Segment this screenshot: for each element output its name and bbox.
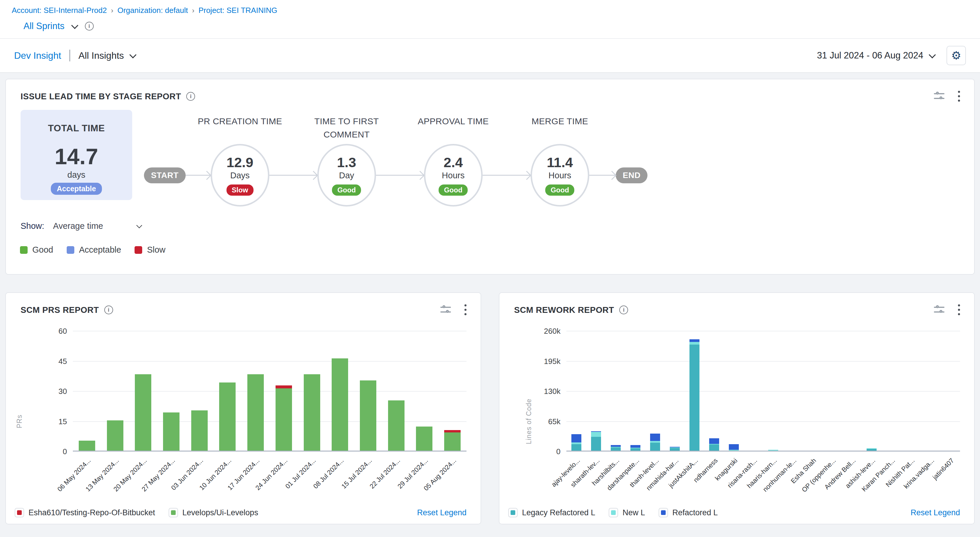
bar-segment[interactable]: [689, 339, 700, 342]
bar[interactable]: [388, 400, 404, 451]
breadcrumb-link[interactable]: Project: SEI TRAINING: [199, 6, 277, 15]
bar-segment[interactable]: [709, 438, 719, 444]
breadcrumb-link[interactable]: Account: SEI-Internal-Prod2: [12, 6, 107, 15]
bar[interactable]: [591, 431, 601, 451]
bar[interactable]: [630, 445, 640, 451]
stage-circle[interactable]: 12.9 Days Slow: [211, 144, 269, 207]
bar-segment[interactable]: [591, 437, 601, 451]
bar[interactable]: [689, 339, 700, 451]
insight-name-link[interactable]: Dev Insight: [14, 50, 61, 61]
bar[interactable]: [79, 441, 95, 451]
chevron-down-icon[interactable]: [71, 22, 78, 29]
reset-legend-link[interactable]: Reset Legend: [417, 508, 466, 517]
bar-segment[interactable]: [867, 449, 877, 451]
stage-time-to-first-comment[interactable]: TIME TO FIRST COMMENT 1.3 Day Good: [317, 114, 376, 207]
stage-approval-time[interactable]: APPROVAL TIME 2.4 Hours Good: [424, 114, 483, 207]
stage-pr-creation-time[interactable]: PR CREATION TIME 12.9 Days Slow: [211, 114, 269, 207]
bar-segment[interactable]: [388, 400, 404, 451]
bar-segment[interactable]: [689, 345, 700, 451]
bar-segment[interactable]: [275, 385, 292, 388]
sprint-selector[interactable]: All Sprints i: [24, 21, 980, 32]
legend-item[interactable]: Slow: [135, 245, 165, 255]
bar-segment[interactable]: [630, 445, 640, 448]
bar-segment[interactable]: [275, 388, 292, 451]
bar[interactable]: [304, 374, 320, 451]
bar[interactable]: [107, 420, 123, 451]
bar[interactable]: [247, 374, 264, 451]
settings-button[interactable]: ⚙: [947, 46, 966, 65]
bar-segment[interactable]: [670, 448, 680, 451]
stage-merge-time[interactable]: MERGE TIME 11.4 Hours Good: [531, 114, 589, 207]
bar[interactable]: [332, 358, 348, 451]
bar[interactable]: [867, 448, 877, 451]
bar-segment[interactable]: [360, 380, 376, 451]
bar-segment[interactable]: [135, 374, 151, 451]
stage-circle[interactable]: 2.4 Hours Good: [424, 144, 483, 207]
bar[interactable]: [611, 445, 621, 451]
info-icon[interactable]: i: [85, 22, 94, 30]
insights-dropdown[interactable]: All Insights: [78, 50, 135, 61]
legend-item[interactable]: Refactored L: [659, 508, 718, 517]
filter-icon[interactable]: [934, 305, 945, 315]
bar[interactable]: [571, 434, 581, 451]
bar[interactable]: [191, 410, 208, 451]
bar[interactable]: [163, 412, 180, 451]
sprint-selector-label[interactable]: All Sprints: [24, 21, 65, 32]
bar[interactable]: [650, 434, 660, 451]
legend-item[interactable]: Esha610/Testing-Repo-Of-Bitbucket: [15, 508, 155, 517]
legend-item[interactable]: New L: [609, 508, 645, 517]
bar-segment[interactable]: [630, 448, 640, 451]
bar[interactable]: [709, 438, 719, 451]
show-dropdown[interactable]: Average time: [53, 221, 141, 231]
bar-segment[interactable]: [416, 427, 433, 451]
reset-legend-link[interactable]: Reset Legend: [911, 508, 960, 517]
bar-segment[interactable]: [650, 443, 660, 451]
date-range-dropdown[interactable]: 31 Jul 2024 - 06 Aug 2024: [817, 50, 935, 61]
stage-circle[interactable]: 11.4 Hours Good: [531, 144, 589, 207]
legend-item[interactable]: Good: [20, 245, 53, 255]
bar-segment[interactable]: [709, 445, 719, 451]
bar-segment[interactable]: [650, 434, 660, 441]
bar-segment[interactable]: [79, 441, 95, 451]
bar-segment[interactable]: [304, 374, 320, 451]
bar-segment[interactable]: [729, 444, 739, 450]
bar-segment[interactable]: [247, 374, 264, 451]
bar[interactable]: [444, 430, 461, 451]
bar-segment[interactable]: [571, 434, 581, 442]
bar-segment[interactable]: [191, 410, 208, 451]
bar[interactable]: [768, 450, 778, 451]
legend-item[interactable]: Acceptable: [67, 245, 121, 255]
filter-icon[interactable]: [934, 92, 945, 101]
info-icon[interactable]: i: [186, 92, 195, 101]
bar-segment[interactable]: [332, 358, 348, 451]
bar-segment[interactable]: [689, 342, 700, 345]
bar-segment[interactable]: [107, 420, 123, 451]
bar[interactable]: [416, 427, 433, 451]
bar[interactable]: [135, 374, 151, 451]
bar-segment[interactable]: [591, 432, 601, 437]
bar-segment[interactable]: [768, 450, 778, 451]
stage-circle[interactable]: 1.3 Day Good: [317, 144, 376, 207]
bar-segment[interactable]: [571, 444, 581, 451]
panel-title: SCM PRS REPORT: [21, 305, 99, 315]
bar[interactable]: [360, 380, 376, 451]
legend-item[interactable]: Levelops/Ui-Levelops: [169, 508, 258, 517]
kebab-menu-icon[interactable]: [958, 303, 961, 316]
bar[interactable]: [219, 383, 235, 451]
bar[interactable]: [729, 444, 739, 451]
bar[interactable]: [275, 385, 292, 451]
kebab-menu-icon[interactable]: [958, 90, 961, 103]
filter-icon[interactable]: [441, 305, 451, 315]
bar-segment[interactable]: [444, 430, 461, 432]
bar-segment[interactable]: [219, 383, 235, 451]
bar-segment[interactable]: [444, 432, 461, 451]
info-icon[interactable]: i: [619, 305, 628, 314]
info-icon[interactable]: i: [104, 305, 113, 314]
bar-segment[interactable]: [163, 412, 180, 451]
bar-segment[interactable]: [729, 450, 739, 451]
kebab-menu-icon[interactable]: [465, 303, 467, 316]
legend-item[interactable]: Legacy Refactored L: [508, 508, 595, 517]
bar[interactable]: [670, 447, 680, 451]
bar-segment[interactable]: [611, 447, 621, 451]
breadcrumb-link[interactable]: Organization: default: [118, 6, 188, 15]
